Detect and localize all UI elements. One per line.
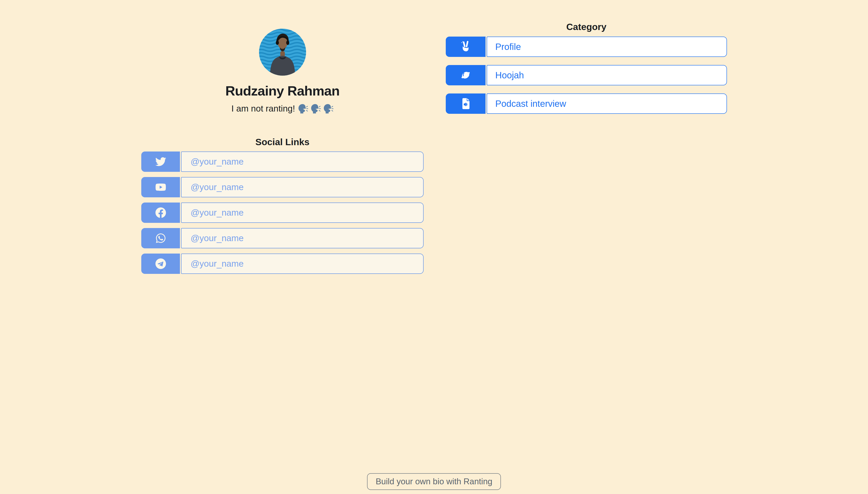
telegram-icon <box>141 253 180 274</box>
social-row-youtube <box>141 177 423 197</box>
category-label: Hoojah <box>487 65 727 86</box>
youtube-handle-input[interactable] <box>181 177 423 197</box>
social-row-twitter <box>141 152 423 172</box>
audio-file-icon <box>446 93 486 114</box>
category-label: Podcast interview <box>487 93 727 114</box>
social-links-heading: Social Links <box>141 137 423 148</box>
category-item-hoojah[interactable]: Hoojah <box>446 65 727 86</box>
facebook-icon <box>141 203 180 223</box>
tagline-text: I am not ranting! <box>232 103 295 114</box>
category-item-podcast[interactable]: Podcast interview <box>446 93 727 114</box>
social-links-list <box>141 152 423 274</box>
avatar <box>259 29 306 76</box>
category-heading: Category <box>446 21 727 32</box>
profile-name: Rudzainy Rahman <box>141 83 423 99</box>
victory-hand-icon <box>446 37 486 57</box>
telegram-handle-input[interactable] <box>181 253 423 274</box>
profile-column: Rudzainy Rahman I am not ranting! <box>141 0 423 274</box>
whatsapp-icon <box>141 228 180 248</box>
youtube-icon <box>141 177 180 197</box>
lemon-icon <box>446 65 486 86</box>
speaking-head-icon <box>310 103 321 114</box>
whatsapp-handle-input[interactable] <box>181 228 423 248</box>
category-item-profile[interactable]: Profile <box>446 37 727 57</box>
category-column: Category Profile <box>446 0 727 114</box>
social-row-telegram <box>141 253 423 274</box>
bio-page: Rudzainy Rahman I am not ranting! <box>0 0 868 494</box>
tagline-emojis <box>297 103 333 114</box>
category-label: Profile <box>487 37 727 57</box>
facebook-handle-input[interactable] <box>181 203 423 223</box>
build-bio-button[interactable]: Build your own bio with Ranting <box>367 473 501 490</box>
social-row-facebook <box>141 203 423 223</box>
speaking-head-icon <box>323 103 333 114</box>
avatar-photo-illustration <box>259 29 306 76</box>
profile-tagline: I am not ranting! <box>141 103 423 114</box>
twitter-icon <box>141 152 180 172</box>
speaking-head-icon <box>297 103 308 114</box>
social-row-whatsapp <box>141 228 423 248</box>
category-list: Profile Hoojah <box>446 37 727 114</box>
twitter-handle-input[interactable] <box>181 152 423 172</box>
